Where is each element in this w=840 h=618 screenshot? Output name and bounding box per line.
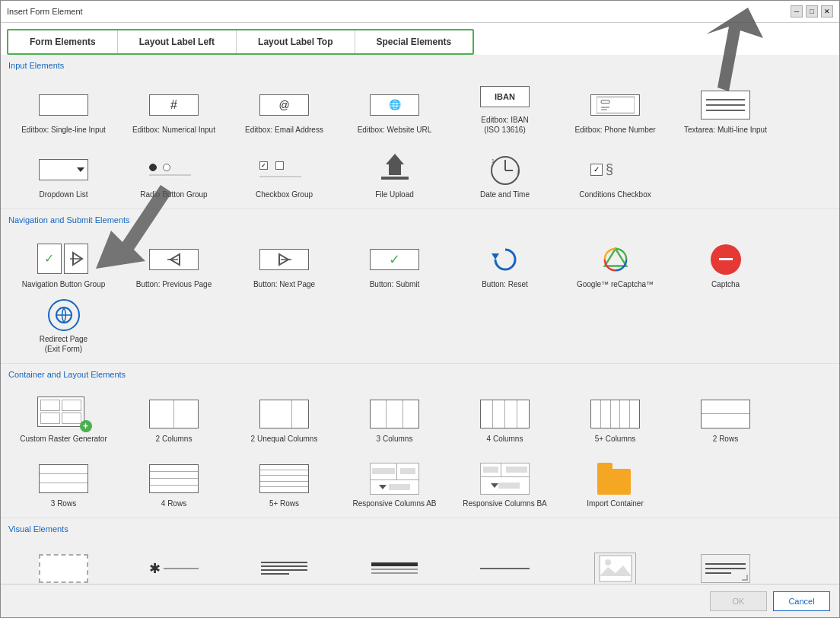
btn-submit-label: Button: Submit bbox=[370, 279, 420, 289]
btn-prev-item[interactable]: Button: Previous Page bbox=[119, 231, 229, 295]
captcha-item[interactable]: Captcha bbox=[670, 231, 781, 295]
readonly-textarea-item[interactable]: Read-Only Textarea bbox=[670, 540, 781, 584]
tab-form-elements[interactable]: Form Elements bbox=[8, 30, 118, 53]
4rows-item[interactable]: 4 Rows bbox=[119, 450, 229, 514]
editbox-iban-item[interactable]: IBAN Editbox: IBAN(ISO 13616) bbox=[450, 76, 560, 141]
resp-ab-label: Responsive Columns AB bbox=[352, 499, 436, 508]
import-container-item[interactable]: Import Container bbox=[560, 450, 670, 514]
editbox-phone-item[interactable]: Editbox: Phone Number bbox=[560, 76, 670, 141]
section-nav-label: Navigation and Submit Elements bbox=[1, 209, 839, 228]
footer: OK Cancel bbox=[1, 584, 839, 617]
title-bar: Insert Form Element ─ □ ✕ bbox=[1, 1, 839, 23]
editbox-email-icon: @ bbox=[258, 88, 311, 122]
4rows-icon bbox=[148, 461, 201, 495]
btn-next-item[interactable]: Button: Next Page bbox=[229, 231, 339, 295]
maximize-button[interactable]: □ bbox=[806, 5, 818, 18]
blank-line-icon bbox=[37, 551, 91, 584]
hline-icon bbox=[479, 551, 532, 584]
cancel-button[interactable]: Cancel bbox=[773, 591, 830, 611]
close-button[interactable]: ✕ bbox=[821, 5, 833, 18]
2cols-item[interactable]: 2 Columns bbox=[119, 385, 229, 450]
3cols-item[interactable]: 3 Columns bbox=[339, 385, 450, 450]
btn-prev-label: Button: Previous Page bbox=[136, 279, 212, 289]
checkbox-group-label: Checkbox Group bbox=[256, 190, 313, 199]
nav-elements-grid: ✓ Navigation Button Group bbox=[1, 228, 839, 364]
btn-submit-icon: ✓ bbox=[368, 242, 422, 276]
heading-icon bbox=[368, 551, 422, 584]
tab-special-elements[interactable]: Special Elements bbox=[355, 30, 473, 53]
captcha-icon bbox=[699, 242, 752, 276]
visual-elements-grid: Blank Line (Spacer) ✱ Label for Input El… bbox=[1, 537, 839, 584]
2uneq-cols-label: 2 Unequal Columns bbox=[251, 434, 318, 444]
btn-next-icon bbox=[258, 242, 311, 276]
editbox-url-label: Editbox: Website URL bbox=[358, 125, 432, 135]
svg-marker-17 bbox=[492, 253, 499, 260]
recaptcha-item[interactable]: Google™ reCaptcha™ bbox=[560, 231, 670, 295]
section-input-label: Input Elements bbox=[1, 55, 839, 73]
resp-ba-icon bbox=[479, 461, 532, 495]
svg-rect-1 bbox=[597, 97, 635, 113]
redirect-item[interactable]: Redirect Page(Exit Form) bbox=[8, 295, 119, 360]
readonly-textarea-icon bbox=[699, 551, 752, 584]
editbox-iban-label: Editbox: IBAN(ISO 13616) bbox=[481, 115, 528, 135]
conditions-item[interactable]: ✓ § Conditions Checkbox bbox=[560, 141, 670, 205]
editbox-num-icon: # bbox=[148, 88, 201, 122]
dropdown-item[interactable]: Dropdown List bbox=[8, 141, 119, 205]
2rows-label: 2 Rows bbox=[713, 434, 738, 444]
minimize-button[interactable]: ─ bbox=[791, 5, 803, 18]
editbox-email-label: Editbox: Email Address bbox=[245, 125, 323, 135]
btn-next-label: Button: Next Page bbox=[253, 279, 315, 289]
2rows-item[interactable]: 2 Rows bbox=[670, 385, 781, 450]
4cols-item[interactable]: 4 Columns bbox=[450, 385, 560, 450]
btn-reset-item[interactable]: Button: Reset bbox=[450, 231, 560, 295]
content-scroll[interactable]: Input Elements Editbox: Single-line Inpu… bbox=[1, 55, 839, 584]
radio-group-item[interactable]: Radio Button Group bbox=[119, 141, 229, 205]
nav-group-icon: ✓ bbox=[37, 242, 91, 276]
nav-group-item[interactable]: ✓ Navigation Button Group bbox=[8, 231, 119, 295]
heading-item[interactable]: Heading bbox=[339, 540, 450, 584]
editbox-phone-icon bbox=[589, 88, 642, 122]
editbox-single-icon bbox=[37, 88, 91, 122]
datetime-item[interactable]: 1 3 Date and Time bbox=[450, 141, 560, 205]
ok-button[interactable]: OK bbox=[710, 591, 767, 611]
btn-prev-icon bbox=[148, 242, 201, 276]
custom-raster-item[interactable]: + Custom Raster Generator bbox=[8, 385, 119, 450]
2cols-label: 2 Columns bbox=[156, 434, 192, 444]
hline-item[interactable]: Horizontal Line bbox=[450, 540, 560, 584]
editbox-num-item[interactable]: # Editbox: Numerical Input bbox=[119, 76, 229, 141]
btn-submit-item[interactable]: ✓ Button: Submit bbox=[339, 231, 450, 295]
label-input-item[interactable]: ✱ Label for Input Elements bbox=[119, 540, 229, 584]
editbox-single-item[interactable]: Editbox: Single-line Input bbox=[8, 76, 119, 141]
import-container-label: Import Container bbox=[587, 499, 643, 508]
checkbox-group-item[interactable]: ✓ Checkbox Group bbox=[229, 141, 339, 205]
tab-layout-label-left[interactable]: Layout Label Left bbox=[118, 30, 237, 53]
3cols-icon bbox=[368, 397, 422, 431]
resp-ba-item[interactable]: Responsive Columns BA bbox=[450, 450, 560, 514]
2uneq-cols-item[interactable]: 2 Unequal Columns bbox=[229, 385, 339, 450]
5plus-rows-item[interactable]: 5+ Rows bbox=[229, 450, 339, 514]
nav-group-label: Navigation Button Group bbox=[22, 279, 106, 289]
image-item[interactable]: Image bbox=[560, 540, 670, 584]
editbox-email-item[interactable]: @ Editbox: Email Address bbox=[229, 76, 339, 141]
svg-text:3: 3 bbox=[517, 169, 520, 174]
file-upload-item[interactable]: File Upload bbox=[339, 141, 450, 205]
input-elements-grid: Editbox: Single-line Input # Editbox: Nu… bbox=[1, 73, 839, 209]
editbox-url-item[interactable]: 🌐 Editbox: Website URL bbox=[339, 76, 450, 141]
text-item[interactable]: Text bbox=[229, 540, 339, 584]
textarea-label: Textarea: Multi-line Input bbox=[684, 125, 767, 135]
2rows-icon bbox=[699, 397, 752, 431]
textarea-item[interactable]: Textarea: Multi-line Input bbox=[670, 76, 781, 141]
tab-layout-label-top[interactable]: Layout Label Top bbox=[237, 30, 355, 53]
resp-ab-item[interactable]: Responsive Columns AB bbox=[339, 450, 450, 514]
checkbox-group-icon: ✓ bbox=[258, 152, 311, 186]
text-icon bbox=[258, 551, 311, 584]
captcha-label: Captcha bbox=[711, 279, 740, 289]
svg-text:1: 1 bbox=[492, 158, 495, 164]
blank-line-item[interactable]: Blank Line (Spacer) bbox=[8, 540, 119, 584]
3rows-item[interactable]: 3 Rows bbox=[8, 450, 119, 514]
5plus-cols-item[interactable]: 5+ Columns bbox=[560, 385, 670, 450]
editbox-phone-label: Editbox: Phone Number bbox=[574, 125, 655, 135]
image-icon bbox=[589, 551, 642, 584]
window-controls: ─ □ ✕ bbox=[791, 5, 833, 18]
container-elements-grid: + Custom Raster Generator 2 Columns bbox=[1, 382, 839, 518]
